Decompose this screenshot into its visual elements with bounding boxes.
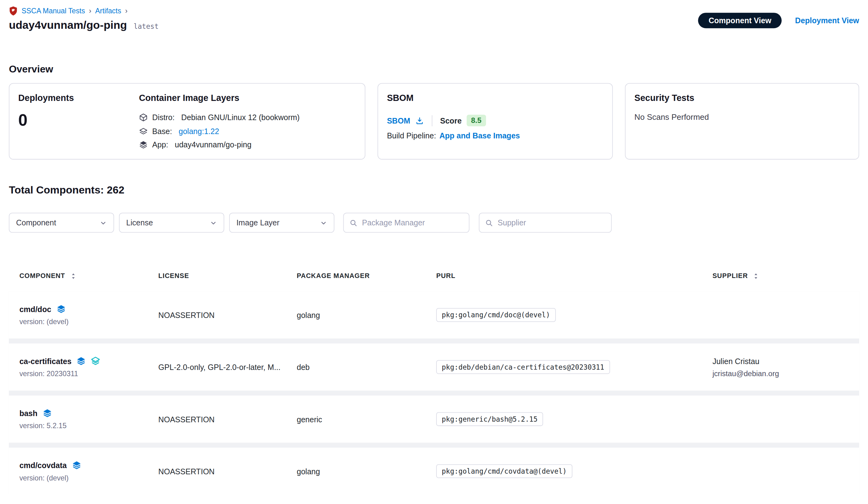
distro-value: Debian GNU/Linux 12 (bookworm) (181, 113, 300, 122)
supplier-search[interactable] (479, 213, 611, 232)
column-header-purl: PURL (436, 272, 712, 280)
license-cell: NOASSERTION (158, 467, 297, 476)
supplier-cell: Julien Cristau jcristau@debian.org (712, 357, 848, 378)
overview-heading: Overview (9, 64, 859, 75)
column-header-supplier[interactable]: SUPPLIER (712, 272, 848, 280)
table-row: ca-certificates version: 20230311 GPL-2.… (9, 344, 859, 391)
license-filter-select[interactable]: License (119, 213, 224, 232)
top-bar-left: SSCA Manual Tests › Artifacts › uday4vun… (9, 6, 159, 32)
package-manager-search-input[interactable] (362, 218, 463, 227)
download-icon[interactable] (415, 116, 424, 125)
package-manager-cell: deb (297, 363, 436, 372)
deployments-title: Deployments (18, 93, 139, 103)
table-body: cmd/doc version: (devel) NOASSERTION gol… (9, 291, 859, 495)
component-filter-select[interactable]: Component (9, 213, 114, 232)
column-header-component[interactable]: COMPONENT (20, 272, 158, 280)
breadcrumb-link-artifacts[interactable]: Artifacts (95, 7, 121, 15)
column-header-license: LICENSE (158, 272, 297, 280)
deployments-count: 0 (18, 111, 139, 130)
layer-list: Distro: Debian GNU/Linux 12 (bookworm) B… (139, 111, 356, 152)
breadcrumb-separator: › (89, 7, 92, 15)
container-image-layers-section: Container Image Layers Distro: Debian GN… (139, 93, 356, 150)
title-row: uday4vunnam/go-ping latest (9, 19, 159, 32)
distro-cube-icon (139, 113, 148, 122)
search-icon (485, 219, 493, 227)
chevron-down-icon (210, 219, 217, 226)
component-version: version: 20230311 (20, 370, 158, 378)
component-cell: cmd/covdata version: (devel) (20, 460, 158, 482)
distro-label: Distro: (152, 113, 177, 122)
app-value: uday4vunnam/go-ping (175, 140, 251, 149)
sort-icon[interactable] (752, 272, 760, 280)
sbom-row: SBOM Score 8.5 (387, 114, 603, 126)
deployments-layers-card: Deployments 0 Container Image Layers Dis… (9, 83, 365, 159)
component-cell: bash version: 5.2.15 (20, 409, 158, 430)
main-content: Overview Deployments 0 Container Image L… (0, 64, 868, 495)
table-row: cmd/covdata version: (devel) NOASSERTION… (9, 448, 859, 495)
top-bar: SSCA Manual Tests › Artifacts › uday4vun… (0, 0, 868, 38)
security-tests-card: Security Tests No Scans Performed (625, 83, 859, 159)
view-toggle: Component View Deployment View (698, 13, 859, 28)
license-cell: NOASSERTION (158, 414, 297, 424)
layers-icon (42, 409, 52, 417)
overview-cards: Deployments 0 Container Image Layers Dis… (9, 83, 859, 159)
sort-icon[interactable] (70, 272, 77, 280)
image-layer-filter-select[interactable]: Image Layer (229, 213, 334, 232)
table-row: bash version: 5.2.15 NOASSERTION generic… (9, 396, 859, 443)
deployments-section: Deployments 0 (18, 93, 139, 150)
package-manager-search[interactable] (343, 213, 469, 232)
shield-logo-icon (9, 6, 18, 15)
security-tests-empty-text: No Scans Performed (634, 112, 850, 121)
breadcrumb: SSCA Manual Tests › Artifacts › (9, 6, 159, 16)
chevron-down-icon (320, 219, 327, 226)
sbom-card: SBOM SBOM Score 8.5 Build Pipeline: App … (378, 83, 613, 159)
base-image-link[interactable]: golang:1.22 (178, 127, 219, 135)
base-label: Base: (152, 127, 174, 135)
chevron-down-icon (100, 219, 107, 226)
component-version: version: 5.2.15 (20, 422, 158, 430)
component-name: cmd/doc (20, 304, 51, 313)
layer-line-distro: Distro: Debian GNU/Linux 12 (bookworm) (139, 111, 356, 124)
component-version: version: (devel) (20, 474, 158, 482)
layers-icon (56, 304, 65, 313)
license-cell: GPL-2.0-only, GPL-2.0-or-later, M... (158, 363, 297, 372)
component-name: bash (20, 409, 38, 417)
app-layers-icon (139, 140, 148, 149)
package-manager-cell: generic (297, 414, 436, 424)
supplier-search-input[interactable] (498, 218, 606, 227)
layers-icon (76, 356, 86, 366)
supplier-email: jcristau@debian.org (712, 369, 848, 378)
vertical-divider (432, 115, 433, 126)
table-row: cmd/doc version: (devel) NOASSERTION gol… (9, 291, 859, 339)
artifact-tag: latest (134, 22, 159, 31)
deployment-view-link[interactable]: Deployment View (795, 16, 859, 25)
sbom-score-badge: 8.5 (466, 114, 486, 126)
app-label: App: (152, 140, 170, 149)
sbom-card-title: SBOM (387, 93, 603, 103)
purl-cell: pkg:golang/cmd/doc@(devel) (436, 308, 712, 322)
layers-icon (72, 460, 81, 470)
sbom-download-link[interactable]: SBOM (387, 116, 410, 125)
purl-chip: pkg:deb/debian/ca-certificates@20230311 (436, 360, 610, 374)
layer-line-app: App: uday4vunnam/go-ping (139, 138, 356, 152)
page-root: SSCA Manual Tests › Artifacts › uday4vun… (0, 0, 868, 504)
purl-cell: pkg:generic/bash@5.2.15 (436, 412, 712, 426)
package-manager-cell: golang (297, 311, 436, 320)
base-layers-icon (139, 127, 148, 135)
container-image-layers-title: Container Image Layers (139, 93, 356, 103)
purl-cell: pkg:golang/cmd/covdata@(devel) (436, 464, 712, 478)
search-icon (349, 219, 358, 227)
column-header-package-manager: PACKAGE MANAGER (297, 272, 436, 280)
package-manager-cell: golang (297, 467, 436, 476)
component-cell: cmd/doc version: (devel) (20, 304, 158, 326)
purl-chip: pkg:golang/cmd/covdata@(devel) (436, 464, 572, 478)
build-pipeline-label: Build Pipeline: (387, 131, 436, 140)
build-pipeline-link[interactable]: App and Base Images (439, 131, 520, 140)
component-view-button[interactable]: Component View (698, 13, 782, 28)
build-pipeline-row: Build Pipeline: App and Base Images (387, 131, 603, 140)
breadcrumb-link-project[interactable]: SSCA Manual Tests (22, 7, 85, 15)
component-name: ca-certificates (20, 357, 72, 366)
page-title: uday4vunnam/go-ping (9, 19, 127, 32)
purl-cell: pkg:deb/debian/ca-certificates@20230311 (436, 360, 712, 374)
security-tests-title: Security Tests (634, 93, 850, 103)
